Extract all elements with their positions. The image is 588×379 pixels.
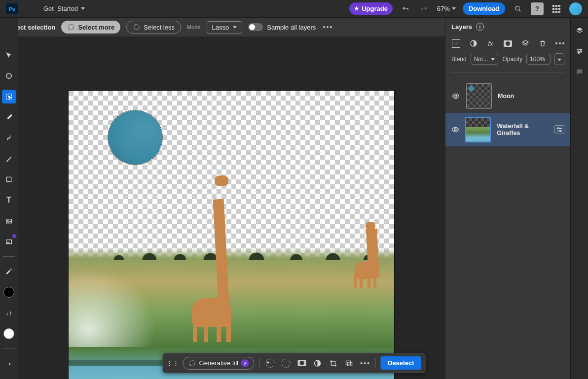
divider bbox=[3, 348, 15, 349]
clone-tool[interactable] bbox=[2, 131, 16, 145]
moon-selection[interactable] bbox=[108, 110, 162, 165]
chevron-down-icon bbox=[81, 7, 85, 10]
mask-icon[interactable] bbox=[296, 358, 307, 369]
help-button[interactable]: ? bbox=[531, 2, 544, 15]
star-icon: ★ bbox=[354, 5, 359, 12]
select-less-label: Select less bbox=[144, 24, 175, 31]
svg-line-1 bbox=[519, 9, 521, 11]
svg-point-0 bbox=[515, 6, 519, 10]
document-name: Get_Started bbox=[43, 5, 78, 12]
shape-tool[interactable] bbox=[2, 172, 16, 186]
menu-icon[interactable] bbox=[25, 3, 37, 15]
download-button[interactable]: Download bbox=[463, 2, 505, 15]
contract-selection-icon[interactable]: − bbox=[281, 358, 292, 369]
redo-button[interactable] bbox=[418, 3, 430, 15]
zoom-dropdown[interactable]: 67% bbox=[437, 5, 456, 12]
photoshop-logo[interactable]: Ps bbox=[6, 3, 18, 14]
svg-point-25 bbox=[580, 51, 582, 52]
sample-all-toggle[interactable]: Sample all layers bbox=[248, 23, 316, 31]
layer-item-waterfall[interactable]: Waterfall & Giraffes bbox=[445, 113, 570, 146]
svg-point-15 bbox=[455, 95, 457, 97]
layers-title: Layers bbox=[451, 23, 472, 31]
artboard[interactable] bbox=[69, 91, 394, 379]
image-icon[interactable] bbox=[344, 358, 355, 369]
crop-icon[interactable] bbox=[328, 358, 339, 369]
visibility-toggle[interactable] bbox=[451, 92, 460, 100]
transform-tool[interactable] bbox=[2, 69, 16, 83]
svg-rect-13 bbox=[348, 362, 352, 366]
info-icon[interactable]: i bbox=[476, 23, 484, 31]
divider bbox=[451, 72, 564, 72]
delete-layer-icon[interactable] bbox=[538, 38, 547, 48]
layer-thumbnail[interactable] bbox=[466, 83, 492, 109]
layer-settings-icon[interactable] bbox=[554, 125, 564, 134]
select-less-button[interactable]: Select less bbox=[126, 21, 181, 34]
chevron-down-icon bbox=[233, 26, 237, 29]
layers-panel-toggle[interactable] bbox=[574, 25, 586, 36]
layer-mask-icon[interactable] bbox=[503, 38, 513, 48]
chevron-down-icon bbox=[557, 59, 561, 61]
paint-tool[interactable] bbox=[2, 152, 16, 166]
divider bbox=[3, 256, 15, 257]
generative-fill-button[interactable]: Generative fill ★ bbox=[183, 357, 255, 370]
foreground-color[interactable] bbox=[2, 285, 16, 299]
chevron-down-icon bbox=[452, 7, 456, 10]
apps-grid-icon[interactable] bbox=[551, 3, 562, 15]
upgrade-button[interactable]: ★ Upgrade bbox=[349, 2, 393, 15]
background-color[interactable] bbox=[2, 327, 16, 341]
text-tool[interactable]: T bbox=[2, 193, 16, 207]
search-icon[interactable] bbox=[512, 3, 524, 15]
layer-stack-icon[interactable] bbox=[520, 38, 530, 48]
divider bbox=[375, 358, 376, 368]
comments-panel-toggle[interactable] bbox=[574, 66, 586, 78]
layer-more-icon[interactable] bbox=[555, 38, 564, 48]
layer-item-moon[interactable]: Moon bbox=[445, 79, 570, 113]
svg-point-16 bbox=[454, 129, 456, 131]
properties-panel-toggle[interactable] bbox=[574, 45, 586, 57]
divider bbox=[259, 358, 260, 368]
brush-tool[interactable] bbox=[2, 110, 16, 124]
expand-tools[interactable]: ›› bbox=[2, 357, 16, 371]
opacity-dropdown[interactable] bbox=[554, 53, 564, 65]
scene-mist bbox=[69, 258, 167, 347]
svg-rect-6 bbox=[6, 177, 11, 181]
generative-tool[interactable] bbox=[2, 235, 16, 248]
more-icon[interactable] bbox=[360, 358, 370, 369]
mode-value: Lasso bbox=[212, 24, 229, 31]
more-options-icon[interactable] bbox=[322, 21, 333, 33]
adjustment-icon[interactable] bbox=[469, 38, 478, 48]
add-layer-icon[interactable]: + bbox=[451, 38, 461, 48]
adjust-icon[interactable] bbox=[312, 358, 323, 369]
fx-icon[interactable]: fx bbox=[486, 38, 495, 48]
swap-colors[interactable]: ↓↑ bbox=[2, 306, 16, 320]
mode-select[interactable]: Lasso bbox=[207, 21, 243, 34]
expand-selection-icon[interactable]: + bbox=[265, 358, 276, 369]
drag-handle-icon[interactable]: ⋮⋮ bbox=[167, 358, 178, 369]
layer-thumbnail[interactable] bbox=[465, 117, 491, 142]
ai-badge-icon bbox=[12, 234, 17, 239]
opacity-input[interactable]: 100% bbox=[526, 54, 551, 65]
select-more-button[interactable]: Select more bbox=[61, 21, 120, 34]
eyedropper-tool[interactable] bbox=[2, 265, 16, 278]
document-name-dropdown[interactable]: Get_Started bbox=[43, 5, 85, 12]
mode-label: Mode bbox=[187, 24, 201, 30]
deselect-button[interactable]: Deselect bbox=[381, 356, 421, 370]
blend-label: Blend bbox=[451, 56, 467, 63]
blend-value: Nor... bbox=[474, 56, 488, 63]
layer-name: Moon bbox=[498, 93, 514, 100]
user-avatar[interactable] bbox=[569, 2, 582, 15]
visibility-toggle[interactable] bbox=[451, 126, 459, 134]
ai-star-icon: ★ bbox=[241, 359, 249, 367]
move-tool[interactable] bbox=[2, 48, 16, 62]
blend-mode-select[interactable]: Nor... bbox=[471, 54, 499, 65]
svg-point-24 bbox=[578, 49, 579, 50]
sample-all-label: Sample all layers bbox=[267, 24, 316, 31]
crop-tool[interactable] bbox=[2, 214, 16, 228]
canvas-area[interactable] bbox=[18, 36, 445, 379]
undo-button[interactable] bbox=[400, 3, 411, 15]
chevron-down-icon bbox=[491, 58, 495, 61]
object-selection-tool[interactable] bbox=[2, 90, 16, 103]
upgrade-label: Upgrade bbox=[362, 5, 388, 12]
svg-point-26 bbox=[578, 52, 580, 54]
giraffe-small bbox=[350, 224, 384, 288]
